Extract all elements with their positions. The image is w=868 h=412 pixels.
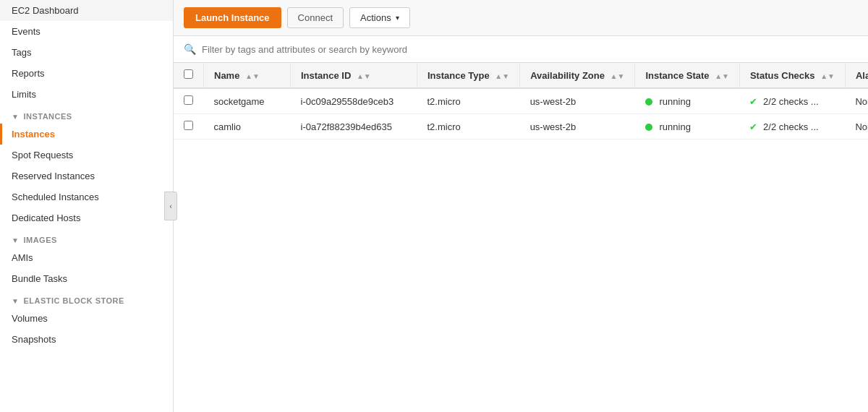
table-row: socketgame i-0c09a29558de9ceb3 t2.micro …: [174, 88, 868, 114]
actions-button[interactable]: Actions ▾: [349, 7, 410, 28]
type-sort-icon: ▲▼: [495, 72, 509, 80]
col-instance-type[interactable]: Instance Type ▲▼: [417, 63, 520, 88]
cell-status-checks: ✔ 2/2 checks ...: [739, 114, 845, 140]
sidebar: EC2 DashboardEventsTagsReportsLimits ▼IN…: [0, 0, 174, 412]
cell-status-checks: ✔ 2/2 checks ...: [739, 88, 845, 114]
checks-label: 2/2 checks ...: [763, 96, 819, 107]
sidebar-item-events[interactable]: Events: [0, 21, 173, 42]
state-label: running: [660, 121, 691, 132]
col-instance-id[interactable]: Instance ID ▲▼: [291, 63, 417, 88]
table-header-row: Name ▲▼ Instance ID ▲▼ Instance Type ▲▼ …: [174, 63, 868, 88]
launch-instance-button[interactable]: Launch Instance: [184, 7, 281, 28]
cell-alarms: Nor: [845, 88, 868, 114]
search-icon: 🔍: [184, 43, 196, 55]
checks-label: 2/2 checks ...: [763, 121, 819, 132]
cell-name: camlio: [204, 114, 291, 140]
cell-instance-type: t2.micro: [417, 88, 520, 114]
sidebar-collapse-button[interactable]: ‹: [164, 192, 177, 220]
actions-label: Actions: [360, 12, 391, 23]
row-checkbox-1[interactable]: [184, 121, 193, 130]
col-az[interactable]: Availability Zone ▲▼: [520, 63, 635, 88]
sidebar-item-scheduled-instances[interactable]: Scheduled Instances: [0, 186, 173, 207]
col-instance-state[interactable]: Instance State ▲▼: [635, 63, 740, 88]
toolbar: Launch Instance Connect Actions ▾: [174, 0, 868, 36]
connect-button[interactable]: Connect: [287, 7, 344, 28]
cell-az: us-west-2b: [520, 88, 635, 114]
sidebar-item-tags[interactable]: Tags: [0, 42, 173, 63]
sidebar-item-ec2-dashboard[interactable]: EC2 Dashboard: [0, 0, 173, 21]
sidebar-item-bundle-tasks[interactable]: Bundle Tasks: [0, 268, 173, 289]
name-sort-icon: ▲▼: [245, 72, 260, 80]
sidebar-item-amis[interactable]: AMIs: [0, 247, 173, 268]
sidebar-item-spot-requests[interactable]: Spot Requests: [0, 145, 173, 166]
actions-chevron-icon: ▾: [396, 14, 399, 22]
row-checkbox-0[interactable]: [184, 95, 193, 105]
collapse-icon[interactable]: ▼: [12, 297, 19, 305]
check-icon: ✔: [749, 121, 757, 132]
main-content: Launch Instance Connect Actions ▾ 🔍 Name…: [174, 0, 868, 412]
sidebar-item-snapshots[interactable]: Snapshots: [0, 329, 173, 350]
sidebar-item-reports[interactable]: Reports: [0, 63, 173, 84]
row-checkbox-cell[interactable]: [174, 88, 204, 114]
collapse-icon[interactable]: ▼: [12, 113, 19, 121]
az-sort-icon: ▲▼: [610, 72, 625, 80]
state-dot-icon: [645, 124, 652, 131]
row-checkbox-cell[interactable]: [174, 114, 204, 140]
cell-instance-id: i-0a72f88239b4ed635: [291, 114, 417, 140]
col-name[interactable]: Name ▲▼: [204, 63, 291, 88]
sidebar-item-reserved-instances[interactable]: Reserved Instances: [0, 166, 173, 186]
state-label: running: [660, 96, 691, 107]
instances-table-wrapper: Name ▲▼ Instance ID ▲▼ Instance Type ▲▼ …: [174, 63, 868, 412]
cell-alarms: Nor: [845, 114, 868, 140]
id-sort-icon: ▲▼: [357, 72, 371, 80]
filter-bar: 🔍: [174, 36, 868, 63]
sidebar-item-dedicated-hosts[interactable]: Dedicated Hosts: [0, 207, 173, 228]
cell-instance-id: i-0c09a29558de9ceb3: [291, 88, 417, 114]
filter-input[interactable]: [202, 44, 858, 55]
sidebar-section-instances: ▼INSTANCES: [0, 105, 173, 124]
cell-instance-state: running: [635, 114, 740, 140]
select-all-checkbox-cell[interactable]: [174, 63, 204, 88]
cell-instance-state: running: [635, 88, 740, 114]
col-status-checks[interactable]: Status Checks ▲▼: [739, 63, 845, 88]
checks-sort-icon: ▲▼: [820, 72, 835, 80]
cell-name: socketgame: [204, 88, 291, 114]
check-icon: ✔: [749, 96, 757, 107]
instances-table: Name ▲▼ Instance ID ▲▼ Instance Type ▲▼ …: [174, 63, 868, 140]
collapse-icon[interactable]: ▼: [12, 236, 19, 244]
sidebar-item-limits[interactable]: Limits: [0, 84, 173, 105]
sidebar-section-elastic-block-store: ▼ELASTIC BLOCK STORE: [0, 289, 173, 308]
sidebar-section-images: ▼IMAGES: [0, 228, 173, 247]
state-dot-icon: [645, 98, 652, 106]
sidebar-item-volumes[interactable]: Volumes: [0, 308, 173, 329]
cell-instance-type: t2.micro: [417, 114, 520, 140]
cell-az: us-west-2b: [520, 114, 635, 140]
table-row: camlio i-0a72f88239b4ed635 t2.micro us-w…: [174, 114, 868, 140]
select-all-checkbox[interactable]: [184, 69, 193, 79]
state-sort-icon: ▲▼: [715, 72, 729, 80]
sidebar-item-instances[interactable]: Instances: [0, 124, 173, 145]
col-alarms[interactable]: Ala...: [845, 63, 868, 88]
